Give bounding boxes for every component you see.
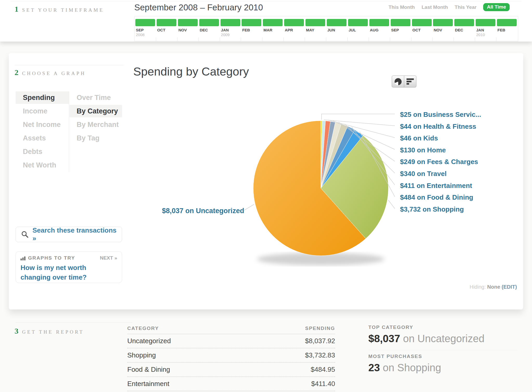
timeline-month-bar[interactable] <box>476 19 495 26</box>
report-category-cell: Food & Dining <box>127 366 170 374</box>
timeline-tick <box>177 37 177 41</box>
timeline-month-bar[interactable] <box>348 19 368 26</box>
timeline-month-label: AUG <box>370 28 378 32</box>
link-this-month[interactable]: This Month <box>389 4 415 10</box>
timeline-tick <box>198 37 199 41</box>
timeline-month-bar[interactable] <box>327 19 347 26</box>
timeline-month-bar[interactable] <box>454 19 474 26</box>
timeline-tick <box>390 37 390 41</box>
timeline-month-bar[interactable] <box>242 19 261 26</box>
link-last-month[interactable]: Last Month <box>422 4 448 10</box>
timeline-month-label: JUL <box>349 28 356 32</box>
leader-line <box>322 114 395 120</box>
pie-chart-toggle-button[interactable] <box>392 76 404 87</box>
pie-label-uncategorized[interactable]: $8,037 on Uncategorized <box>156 207 244 215</box>
timeline-segment: SEP2008 <box>135 16 156 41</box>
graph-menu-item-net-income[interactable]: Net Income <box>16 118 69 131</box>
link-all-time-active[interactable]: All Time <box>483 3 510 11</box>
timeline-segment: DEC <box>199 16 220 41</box>
timeline-month-bar[interactable] <box>135 19 155 26</box>
timeline-month-bar[interactable] <box>391 19 410 26</box>
summary-divider <box>368 350 517 350</box>
pie-label-food-dining[interactable]: $484 on Food & Dining <box>400 193 473 201</box>
spending-report-table: CATEGORY SPENDING Uncategorized$8,037.92… <box>127 326 335 391</box>
most-purchases-name: on Shopping <box>380 362 441 373</box>
timeline-month-bar[interactable] <box>199 19 219 26</box>
chart-title: Spending by Category <box>133 65 249 78</box>
hiding-label: Hiding: <box>470 284 486 290</box>
most-purchases-value: 23 on Shopping <box>368 362 517 374</box>
pie-label-entertainment[interactable]: $411 on Entertainment <box>400 182 472 190</box>
timeline-segment: JAN2010 <box>475 16 496 41</box>
pie-label-kids[interactable]: $46 on Kids <box>400 134 438 142</box>
report-table-row: Entertainment$411.40 <box>127 377 335 391</box>
report-table-rows: Uncategorized$8,037.92Shopping$3,732.83F… <box>127 334 335 391</box>
graph-menu-item-over-time[interactable]: Over Time <box>69 91 122 104</box>
timeline-tick <box>326 37 326 41</box>
graph-menu-item-by-category[interactable]: By Category <box>69 105 122 117</box>
timeline-month-label: NOV <box>434 28 442 32</box>
hiding-edit-link[interactable]: (EDIT) <box>502 284 517 290</box>
timeline-tick <box>262 37 262 41</box>
timeline-tick <box>241 37 241 41</box>
timeline-month-bar[interactable] <box>263 19 283 26</box>
timeline-month-bar[interactable] <box>157 19 176 26</box>
graph-menu-item-spending[interactable]: Spending <box>16 91 69 104</box>
step-3-divider <box>16 322 132 323</box>
timeline-month-bar[interactable] <box>433 19 453 26</box>
pie-label-business-services[interactable]: $25 on Business Servic... <box>400 111 481 119</box>
timeline-month-bar[interactable] <box>497 19 517 26</box>
pie-label-health-fitness[interactable]: $44 on Health & Fitness <box>400 123 476 131</box>
report-spending-cell: $8,037.92 <box>305 337 335 345</box>
timeline-month-bar[interactable] <box>305 19 325 26</box>
timeline-month-bar[interactable] <box>412 19 432 26</box>
pie-label-fees-charges[interactable]: $249 on Fees & Charges <box>400 158 478 166</box>
timeline-month-bar[interactable] <box>178 19 198 26</box>
report-table-row: Food & Dining$484.95 <box>127 363 335 377</box>
graph-menu-item-net-worth[interactable]: Net Worth <box>16 159 69 171</box>
timeline-tick <box>475 37 475 41</box>
timeline-month-label: JAN <box>221 28 229 32</box>
next-graph-link[interactable]: NEXT » <box>100 255 117 261</box>
search-transactions-button[interactable]: Search these transactions » <box>16 227 122 242</box>
graph-menu-item-assets[interactable]: Assets <box>16 132 69 144</box>
graphs-to-try-label: GRAPHS TO TRY <box>28 255 75 261</box>
timeline-month-bar[interactable] <box>369 19 389 26</box>
timeline-month-label: FEB <box>242 28 250 32</box>
bar-chart-toggle-button[interactable] <box>404 76 416 87</box>
report-spending-cell: $484.95 <box>311 366 335 374</box>
pie-chart-icon <box>395 78 402 85</box>
timeline-segment: DEC <box>454 16 475 41</box>
timeline-segment: JAN2009 <box>220 16 241 41</box>
graph-menu-item-debts[interactable]: Debts <box>16 145 69 158</box>
timeline-month-bar[interactable] <box>284 19 304 26</box>
chart-type-toggle <box>392 76 416 87</box>
timeline-segment: NOV <box>433 16 454 41</box>
timeline-month-label: MAR <box>263 28 272 32</box>
spending-pie-chart[interactable] <box>156 99 403 267</box>
timeline-year-label: 2010 <box>476 32 485 37</box>
timeline-tick <box>305 37 305 41</box>
timeframe-title: September 2008 – February 2010 <box>134 3 263 12</box>
timeline-month-bar[interactable] <box>221 19 240 26</box>
suggested-graph-link[interactable]: How is my net worth changing over time? <box>21 263 117 282</box>
report-spending-cell: $3,732.83 <box>305 351 335 359</box>
timeline-segment: OCT <box>411 16 433 41</box>
timeline-segment: SEP <box>390 16 411 41</box>
pie-label-shopping[interactable]: $3,732 on Shopping <box>400 205 464 213</box>
timeline-tick <box>411 37 411 41</box>
graph-menu-item-by-merchant[interactable]: By Merchant <box>69 118 122 131</box>
graph-menu-item-by-tag[interactable]: By Tag <box>69 132 122 144</box>
timeline-tick <box>283 37 284 41</box>
graph-menu-item-income[interactable]: Income <box>16 105 69 117</box>
top-category-header: TOP CATEGORY <box>368 325 517 330</box>
link-this-year[interactable]: This Year <box>455 4 476 10</box>
pie-label-travel[interactable]: $340 on Travel <box>400 170 447 178</box>
step-2-header: 2CHOOSE A GRAPH <box>15 68 86 77</box>
timeline-month-label: FEB <box>497 28 505 32</box>
pie-label-home[interactable]: $130 on Home <box>400 146 446 154</box>
timeline-tick <box>156 37 156 41</box>
step-3-label: GET THE REPORT <box>22 329 84 335</box>
report-table-header: CATEGORY SPENDING <box>127 326 335 334</box>
top-divider <box>10 1 522 1</box>
